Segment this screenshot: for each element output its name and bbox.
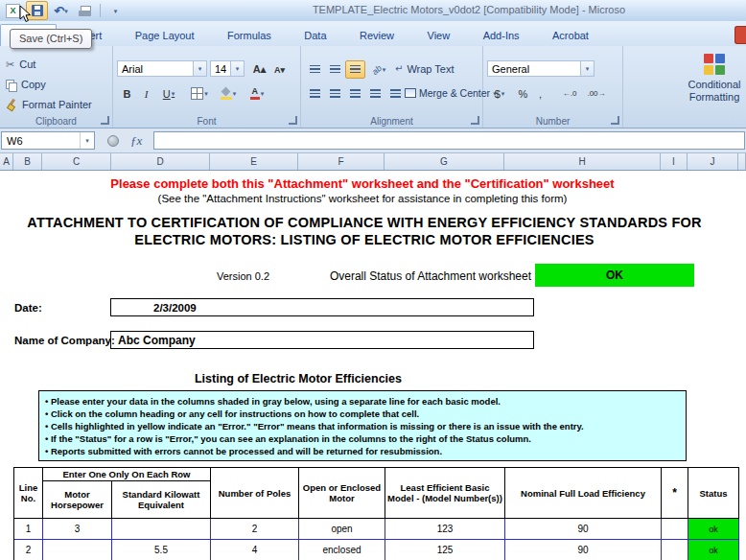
underline-button[interactable]: U▾: [155, 84, 182, 103]
column-header-i[interactable]: I: [661, 153, 688, 170]
insert-function-button[interactable]: ƒx: [130, 133, 142, 149]
title-bar: ↶▾ ▾ TEMPLATE_Electric Motors_v0dot2 [Co…: [0, 0, 746, 22]
column-header-j[interactable]: J: [688, 153, 738, 170]
conditional-formatting-button[interactable]: ConditionalFormatting: [669, 79, 746, 104]
cell-efficiency[interactable]: 90: [505, 519, 662, 540]
top-align-button[interactable]: [305, 60, 325, 79]
copy-button[interactable]: Copy: [6, 76, 46, 93]
italic-button[interactable]: I: [136, 84, 156, 103]
decrease-decimal-button[interactable]: .00→: [583, 84, 610, 103]
qat-customize-button[interactable]: ▾: [105, 1, 127, 20]
cell-line[interactable]: 2: [14, 540, 43, 560]
cell-horsepower[interactable]: [43, 540, 112, 560]
header-asterisk[interactable]: *: [662, 468, 688, 519]
cell-horsepower[interactable]: 3: [43, 519, 112, 540]
header-efficiency[interactable]: Nominal Full Load Efficiency: [505, 468, 662, 519]
alignment-dialog-launcher[interactable]: [471, 116, 479, 125]
middle-align-button[interactable]: [325, 60, 345, 79]
number-format-combo[interactable]: General▾: [487, 60, 594, 77]
instruction-item: Please enter your data in the columns sh…: [45, 395, 680, 408]
bold-button[interactable]: B: [117, 84, 137, 103]
tab-review[interactable]: Review: [345, 24, 408, 46]
tab-add-ins[interactable]: Add-Ins: [469, 24, 534, 46]
name-box[interactable]: W6▾: [1, 131, 95, 150]
chevron-down-icon[interactable]: ▾: [230, 61, 244, 76]
tab-acrobat[interactable]: Acrobat: [538, 24, 603, 46]
format-painter-button[interactable]: Format Painter: [6, 96, 92, 113]
number-dialog-launcher[interactable]: [611, 116, 619, 125]
header-open-enclosed[interactable]: Open or Enclosed Motor: [299, 468, 385, 519]
chevron-down-icon[interactable]: ▾: [80, 132, 94, 149]
currency-format-button[interactable]: $▾: [487, 84, 512, 103]
align-left-icon: [310, 89, 320, 98]
cell-open-enclosed[interactable]: open: [299, 519, 385, 540]
column-header-e[interactable]: E: [210, 153, 298, 170]
borders-button[interactable]: ▾: [186, 84, 213, 103]
grow-font-button[interactable]: A▴: [249, 60, 269, 79]
red-corner-button[interactable]: [734, 26, 746, 44]
font-dialog-launcher[interactable]: [289, 116, 297, 125]
font-size-combo[interactable]: 14▾: [210, 60, 245, 77]
cell-efficiency[interactable]: 90: [505, 540, 662, 560]
column-header-g[interactable]: G: [385, 153, 504, 170]
percent-icon: %: [519, 88, 528, 100]
percent-format-button[interactable]: %: [514, 84, 532, 103]
header-line-no[interactable]: Line No.: [14, 468, 43, 519]
shrink-font-button[interactable]: A▾: [269, 60, 290, 79]
formula-input[interactable]: [153, 131, 745, 150]
increase-indent-button[interactable]: [385, 84, 406, 103]
chevron-down-icon: ▾: [261, 90, 265, 97]
date-field[interactable]: 2/3/2009: [110, 298, 534, 316]
cell-line[interactable]: 1: [14, 519, 43, 540]
header-poles[interactable]: Number of Poles: [211, 468, 299, 519]
align-left-button[interactable]: [305, 84, 325, 103]
column-header-a[interactable]: A: [0, 153, 13, 170]
tab-formulas[interactable]: Formulas: [213, 24, 286, 46]
header-kilowatt[interactable]: Standard Kilowatt Equivalent: [112, 481, 211, 519]
cell-kilowatt[interactable]: [112, 519, 211, 540]
align-right-button[interactable]: [345, 84, 365, 103]
orientation-button[interactable]: ab▾: [366, 60, 391, 79]
tab-view[interactable]: View: [413, 24, 465, 46]
column-header-b[interactable]: B: [13, 153, 42, 170]
wrap-text-button[interactable]: ↵Wrap Text: [395, 60, 455, 78]
bottom-align-button[interactable]: [345, 60, 365, 79]
cell-asterisk[interactable]: [662, 540, 688, 560]
cell-open-enclosed[interactable]: enclosed: [299, 540, 385, 560]
tab-data[interactable]: Data: [290, 24, 340, 46]
font-name-combo[interactable]: Arial▾: [117, 60, 207, 77]
decrease-indent-button[interactable]: [365, 84, 385, 103]
tab-page-layout[interactable]: Page Layout: [121, 24, 209, 46]
cell-poles[interactable]: 4: [211, 540, 299, 560]
cell-status[interactable]: ok: [688, 519, 739, 540]
chevron-down-icon[interactable]: ▾: [580, 61, 594, 76]
column-header-f[interactable]: F: [298, 153, 385, 170]
header-model[interactable]: Least Efficient Basic Model - (Model Num…: [385, 468, 505, 519]
column-header-h[interactable]: H: [504, 153, 661, 170]
cell-model[interactable]: 123: [385, 519, 505, 540]
column-header-d[interactable]: D: [111, 153, 210, 170]
cell-asterisk[interactable]: [662, 519, 688, 540]
worksheet[interactable]: Please complete both this "Attachment" w…: [0, 171, 746, 560]
clipboard-dialog-launcher[interactable]: [101, 116, 109, 125]
date-value: 2/3/2009: [111, 302, 197, 314]
increase-decimal-button[interactable]: ←.0: [556, 84, 583, 103]
header-status[interactable]: Status: [688, 468, 739, 519]
cell-kilowatt[interactable]: 5.5: [112, 540, 211, 560]
header-horsepower[interactable]: Motor Horsepower: [43, 481, 112, 519]
undo-button[interactable]: ↶▾: [50, 1, 72, 20]
center-button[interactable]: [325, 84, 345, 103]
chevron-down-icon[interactable]: ▾: [193, 61, 206, 76]
cut-button[interactable]: ✂Cut: [6, 56, 35, 73]
comma-format-button[interactable]: ,: [532, 84, 548, 103]
column-header-c[interactable]: C: [42, 153, 111, 170]
font-color-button[interactable]: A▾: [244, 84, 270, 103]
print-button[interactable]: [74, 1, 96, 20]
company-field[interactable]: Abc Company: [110, 331, 534, 349]
cell-model[interactable]: 125: [385, 540, 505, 560]
cell-status[interactable]: ok: [688, 540, 739, 560]
cell-poles[interactable]: 2: [211, 519, 299, 540]
conditional-label-line2: Formatting: [689, 91, 740, 103]
fill-color-button[interactable]: ▾: [215, 84, 242, 103]
increase-indent-icon: [390, 89, 401, 98]
